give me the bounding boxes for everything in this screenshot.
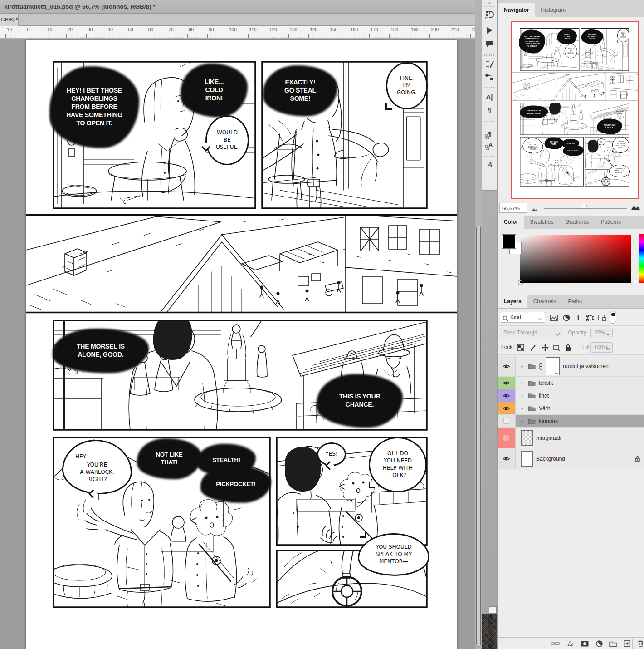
foreground-color-swatch[interactable] <box>502 235 516 248</box>
brushes-icon[interactable] <box>484 72 494 82</box>
link-layers-icon[interactable] <box>550 639 561 649</box>
zoom-slider-thumb[interactable] <box>581 203 587 209</box>
document-canvas-page[interactable]: HEY! I BET THOSE CHANGELINGS FROM BEFORE… <box>512 22 638 198</box>
thought-blob: LIKE... COLD IRON! <box>185 67 243 114</box>
ruler-ticks: 10 0 10 20 30 40 <box>5 26 475 38</box>
tab-swatches[interactable]: Swatches <box>524 215 559 229</box>
layer-row[interactable]: › linet <box>498 389 644 402</box>
character-panel-icon[interactable]: A| <box>484 92 494 102</box>
actions-play-icon[interactable] <box>484 25 494 35</box>
tab-color[interactable]: Color <box>498 215 524 229</box>
thought-blob: PICKPOCKET! <box>205 469 266 500</box>
paragraph-styles-icon[interactable]: ¶ <box>484 130 494 140</box>
filter-shape-layers-icon[interactable] <box>585 312 595 323</box>
lock-position-icon[interactable] <box>540 343 550 353</box>
layer-row[interactable]: › ruudut ja valkoinen <box>498 356 644 377</box>
layer-row[interactable]: Background <box>498 448 644 469</box>
tab-channels[interactable]: Channels <box>527 295 562 308</box>
document-tab[interactable]: GB/8) * <box>0 14 19 26</box>
delete-layer-icon[interactable] <box>635 639 644 649</box>
lock-transparency-icon[interactable] <box>516 343 526 353</box>
new-layer-icon[interactable] <box>622 639 633 649</box>
layer-filter-toggle[interactable] <box>610 311 616 324</box>
ruler-tick: 110 <box>248 26 268 38</box>
character-styles-icon[interactable]: A <box>484 141 494 151</box>
eye-icon <box>503 406 510 411</box>
dock-swatch[interactable] <box>489 606 497 614</box>
fill-label: Fill: <box>582 344 591 350</box>
ruler-tick: 10 <box>5 26 26 38</box>
zoom-value-field[interactable]: 66,67% <box>499 203 527 213</box>
expand-chevron-icon[interactable]: › <box>521 418 525 424</box>
new-group-icon[interactable] <box>608 639 619 649</box>
tab-histogram[interactable]: Histogram <box>535 3 571 17</box>
thought-blob: THIS IS YOUR CHANCE. <box>322 377 398 424</box>
layer-visibility-cell[interactable] <box>498 415 516 427</box>
layer-visibility-cell[interactable] <box>498 356 516 376</box>
saturation-brightness-field[interactable] <box>520 235 631 283</box>
opacity-value[interactable]: 25% <box>590 328 613 338</box>
filter-smart-objects-icon[interactable] <box>596 312 607 323</box>
history-icon[interactable] <box>484 10 494 20</box>
layer-filter-kind-select[interactable]: Kind <box>500 312 545 323</box>
layer-visibility-cell[interactable] <box>498 402 516 414</box>
scrollbar-thumb[interactable] <box>476 226 481 647</box>
zoom-in-icon[interactable] <box>630 203 642 212</box>
expand-chevron-icon[interactable]: › <box>521 392 525 399</box>
color-panel <box>498 229 644 295</box>
layer-row[interactable]: marginaali <box>498 428 644 448</box>
canvas-vertical-scrollbar[interactable] <box>475 0 482 649</box>
navigator-proxy-view[interactable]: HEY! I BET THOSE CHANGELINGS FROM BEFORE… <box>512 22 638 198</box>
dock-grip <box>484 156 495 157</box>
collapse-dock-button[interactable]: « <box>482 0 497 5</box>
document-canvas-page[interactable]: HEY! I BET THOSE CHANGELINGS FROM BEFORE… <box>26 40 457 649</box>
eye-empty-box <box>503 418 509 424</box>
color-field-cursor[interactable] <box>518 280 522 285</box>
hue-ramp[interactable] <box>639 234 644 283</box>
tab-layers[interactable]: Layers <box>498 295 527 308</box>
tab-navigator[interactable]: Navigator <box>498 3 535 17</box>
ruler-tick: 170 <box>369 26 390 38</box>
filter-type-layers-icon[interactable]: T <box>573 312 584 323</box>
tab-paths[interactable]: Paths <box>562 295 588 308</box>
add-layer-mask-icon[interactable] <box>579 639 590 649</box>
lock-all-icon[interactable] <box>563 343 573 353</box>
glyphs-panel-icon[interactable]: A <box>484 160 494 170</box>
thought-blob: EXACTLY! GO STEAL SOME! <box>268 69 332 113</box>
expand-chevron-icon[interactable]: › <box>521 405 525 412</box>
layer-visibility-cell[interactable] <box>498 428 516 448</box>
layer-row[interactable]: › Värit <box>498 402 644 415</box>
notes-icon[interactable] <box>484 39 494 49</box>
expand-chevron-icon[interactable]: › <box>521 379 525 386</box>
filter-pixel-layers-icon[interactable] <box>548 312 559 323</box>
ruler-tick: 90 <box>207 26 228 38</box>
hue-slider-pointer[interactable] <box>634 279 639 284</box>
new-adjustment-layer-icon[interactable] <box>594 639 605 649</box>
panel-column: Navigator Histogram <box>497 0 644 649</box>
dock-grip <box>484 6 495 7</box>
blend-mode-select[interactable]: Pass Through <box>500 328 562 338</box>
layer-thumbnail[interactable] <box>521 430 533 446</box>
zoom-out-icon[interactable] <box>531 205 539 213</box>
paragraph-panel-icon[interactable]: ¶ <box>484 105 494 115</box>
ruler-tick: 160 <box>349 26 369 38</box>
expand-chevron-icon[interactable]: › <box>521 363 525 369</box>
fill-value[interactable]: 100% <box>590 342 613 353</box>
lock-artboard-icon[interactable] <box>551 343 561 353</box>
canvas-area[interactable]: HEY! I BET THOSE CHANGELINGS FROM BEFORE… <box>0 39 475 649</box>
brush-settings-icon[interactable] <box>484 59 494 69</box>
layer-visibility-cell[interactable] <box>498 448 516 469</box>
lock-pixels-icon[interactable] <box>528 343 538 353</box>
layer-row[interactable]: › tekstit <box>498 377 644 389</box>
layer-thumbnail[interactable] <box>521 451 533 467</box>
layer-visibility-cell[interactable] <box>498 389 516 402</box>
dock-texture-thumbnail[interactable] <box>482 614 497 649</box>
layer-visibility-cell[interactable] <box>498 377 516 389</box>
tab-gradients[interactable]: Gradients <box>559 215 595 229</box>
layer-row[interactable]: › luonnos <box>498 415 644 428</box>
mask-thumbnail[interactable] <box>546 357 560 375</box>
eye-icon <box>503 380 510 386</box>
filter-adjustment-layers-icon[interactable] <box>561 312 572 323</box>
tab-patterns[interactable]: Patterns <box>595 215 627 229</box>
layer-effects-icon[interactable]: fx <box>565 639 576 649</box>
